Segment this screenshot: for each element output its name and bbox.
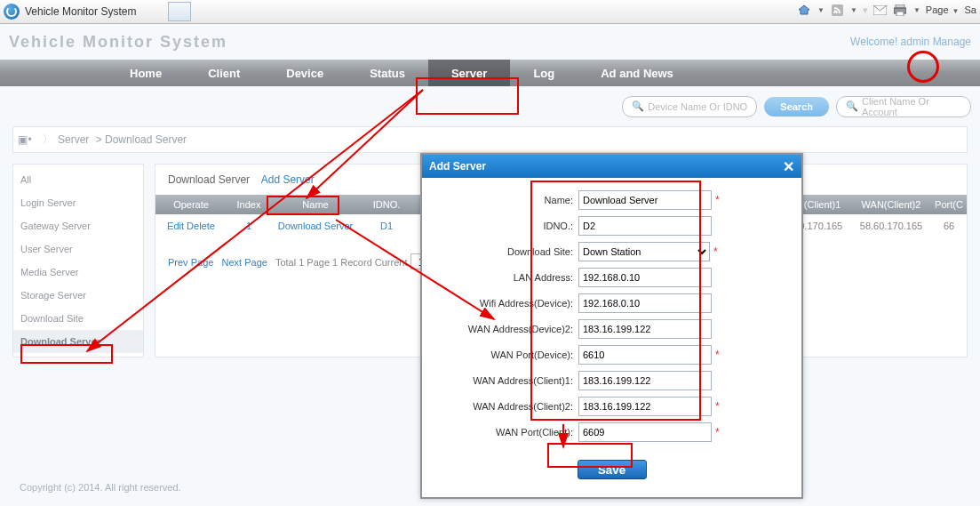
search-client-input[interactable]: 🔍Client Name Or Account: [836, 96, 971, 117]
col-index: Index: [227, 195, 271, 214]
required-icon: *: [715, 400, 720, 413]
next-page[interactable]: Next Page: [222, 257, 267, 268]
input-lan-address[interactable]: [578, 268, 712, 287]
search-icon: 🔍: [632, 100, 644, 112]
browser-tab-title[interactable]: Vehicle Monitor System: [23, 5, 163, 18]
modal-close-button[interactable]: ✕: [783, 158, 794, 175]
delete-link[interactable]: Delete: [187, 221, 215, 231]
required-icon: *: [715, 426, 720, 438]
col-operate: Operate: [155, 195, 227, 214]
prev-page[interactable]: Prev Page: [168, 257, 213, 268]
cell-index: 1: [227, 214, 271, 237]
input-name[interactable]: [578, 190, 712, 210]
safety-menu[interactable]: Sa: [965, 4, 976, 15]
col-name: Name: [271, 195, 360, 214]
cell-idno: D1: [360, 214, 413, 237]
browser-bar: Vehicle Monitor System ▼ ▼ ▾ ▼ Page ▼ Sa: [0, 0, 980, 24]
input-idno[interactable]: [578, 216, 712, 236]
input-wan-port-device[interactable]: [578, 345, 712, 365]
label-wan-client2: WAN Address(Client)2:: [440, 401, 578, 412]
svg-rect-4: [896, 12, 904, 16]
label-wan-port-device: WAN Port(Device):: [440, 349, 578, 360]
home-icon[interactable]: [797, 3, 811, 17]
footer-copyright: Copyright (c) 2014. All right reserved.: [20, 482, 181, 493]
menu-status[interactable]: Status: [347, 60, 428, 86]
label-idno: IDNO.:: [440, 221, 578, 231]
ie-logo-icon: [4, 4, 20, 20]
sidebar-item-download-site[interactable]: Download Site: [13, 307, 143, 330]
separator: ▾: [863, 4, 868, 16]
search-icon: 🔍: [846, 100, 858, 112]
mail-icon[interactable]: [873, 3, 888, 17]
menu-log[interactable]: Log: [510, 60, 578, 86]
breadcrumb-root[interactable]: Server: [58, 133, 89, 146]
sidebar: All Login Server Gateway Server User Ser…: [12, 164, 144, 357]
print-icon[interactable]: [893, 3, 907, 17]
sidebar-item-download-server[interactable]: Download Server: [13, 330, 143, 353]
sidebar-item-user-server[interactable]: User Server: [13, 237, 143, 261]
pager-total: Total 1 Page 1 Record Current: [275, 257, 408, 268]
label-lan-address: LAN Address:: [440, 272, 578, 283]
main-menu: Home Client Device Status Server Log Ad …: [0, 60, 980, 86]
dropdown-icon[interactable]: ▼: [913, 6, 920, 14]
search-device-input[interactable]: 🔍Device Name Or IDNO: [622, 96, 757, 117]
label-wan-device2: WAN Address(Device)2:: [440, 324, 578, 334]
browser-tools: ▼ ▼ ▾ ▼ Page ▼ Sa: [797, 3, 976, 17]
col-port: Port(C: [931, 195, 967, 214]
label-wifi-address: Wifi Address(Device):: [440, 298, 578, 309]
save-button[interactable]: Save: [578, 460, 647, 479]
search-button[interactable]: Search: [764, 97, 829, 116]
col-idno: IDNO.: [360, 195, 413, 214]
new-tab-button[interactable]: [168, 2, 191, 21]
rss-icon[interactable]: [830, 3, 844, 17]
breadcrumb-sep: >: [92, 133, 105, 146]
required-icon: *: [715, 194, 720, 206]
svg-rect-0: [832, 4, 843, 16]
menu-spacer: [0, 60, 107, 86]
breadcrumb: ▣• 〉 Server > Download Server: [12, 126, 968, 153]
menu-server[interactable]: Server: [428, 60, 510, 86]
label-download-site: Download Site:: [440, 246, 578, 257]
breadcrumb-page: Download Server: [105, 133, 187, 146]
dropdown-icon[interactable]: ▼: [850, 6, 857, 14]
label-name: Name:: [440, 195, 578, 205]
chevron-right-icon: 〉: [42, 132, 54, 148]
modal-title: Add Server: [429, 160, 486, 173]
dropdown-icon[interactable]: ▼: [817, 6, 825, 14]
svg-rect-2: [896, 4, 904, 8]
panel-title: Download Server: [168, 173, 250, 186]
cell-wan2: 58.60.170.165: [851, 214, 931, 237]
menu-device[interactable]: Device: [263, 60, 347, 86]
add-server-modal: Add Server ✕ Name:* IDNO.: Download Site…: [420, 153, 803, 499]
sidebar-item-all[interactable]: All: [13, 168, 143, 191]
edit-link[interactable]: Edit: [167, 221, 184, 231]
input-wifi-address[interactable]: [578, 293, 712, 313]
menu-home[interactable]: Home: [107, 60, 185, 86]
sidebar-item-storage-server[interactable]: Storage Server: [13, 284, 143, 307]
sidebar-item-media-server[interactable]: Media Server: [13, 261, 143, 284]
input-wan-client1[interactable]: [578, 371, 712, 390]
user-link[interactable]: admin: [901, 36, 930, 48]
welcome-label: Welcome!: [850, 36, 897, 48]
input-wan-device2[interactable]: [578, 319, 712, 339]
cell-port: 66: [931, 214, 967, 237]
col-wan-client2: WAN(Client)2: [851, 195, 931, 214]
required-icon: *: [713, 245, 718, 258]
menu-ad-news[interactable]: Ad and News: [578, 60, 697, 86]
required-icon: *: [715, 349, 720, 361]
page-menu[interactable]: Page ▼: [926, 4, 960, 15]
label-wan-port-client: WAN Port(Client):: [440, 427, 578, 438]
welcome-block: Welcome! admin Manage: [850, 36, 971, 48]
menu-client[interactable]: Client: [185, 60, 263, 86]
input-wan-port-client[interactable]: [578, 422, 712, 442]
app-title: Vehicle Monitor System: [9, 33, 227, 52]
sidebar-item-login-server[interactable]: Login Server: [13, 191, 143, 214]
select-download-site[interactable]: Down Station: [578, 242, 710, 261]
cell-name[interactable]: Download Server: [278, 221, 353, 231]
add-server-link[interactable]: Add Server: [261, 173, 315, 186]
label-wan-client1: WAN Address(Client)1:: [440, 375, 578, 386]
camera-icon: ▣•: [13, 133, 36, 146]
manage-link[interactable]: Manage: [933, 36, 971, 48]
input-wan-client2[interactable]: [578, 397, 712, 416]
sidebar-item-gateway-server[interactable]: Gateway Server: [13, 214, 143, 237]
